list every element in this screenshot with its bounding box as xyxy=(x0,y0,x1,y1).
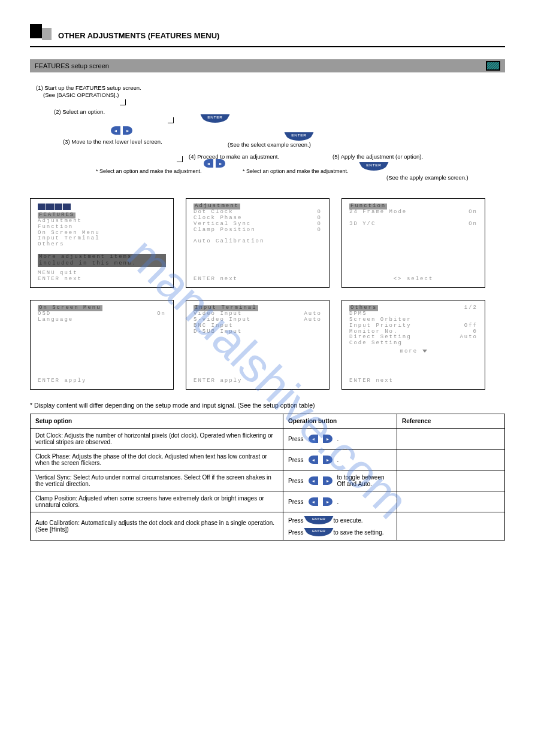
table-intro: * Display content will differ depending … xyxy=(30,402,505,409)
table-row: Clock Phase: Adjusts the phase of the do… xyxy=(31,450,505,470)
reference-cell xyxy=(397,491,505,512)
left-button[interactable]: ◂ xyxy=(309,435,318,443)
section-strip: FEATURES setup screen xyxy=(30,59,505,72)
menu-item: 3D Y/C xyxy=(349,221,376,227)
operation-cell: Press to execute. Press to save the sett… xyxy=(283,512,397,541)
operation-cell: Press ◂▸. xyxy=(283,491,397,512)
reference-cell xyxy=(397,470,505,491)
right-button[interactable]: ▸ xyxy=(323,497,333,506)
flow-note2: * Select an option and make the adjustme… xyxy=(243,168,349,175)
menu-row-1: FEATURES Adjustment Function On Screen M… xyxy=(30,198,505,288)
strip-title: FEATURES setup screen xyxy=(35,62,109,69)
table-row: Dot Clock: Adjusts the number of horizon… xyxy=(31,429,505,450)
left-button[interactable]: ◂ xyxy=(309,456,318,464)
flow-step1: (1) Start up the FEATURES setup screen. xyxy=(36,84,141,91)
menu-item: Code Setting xyxy=(349,340,403,346)
enter-button[interactable] xyxy=(200,114,229,123)
flow-see2: (See the apply example screen.) xyxy=(386,174,468,181)
enter-button[interactable] xyxy=(359,162,388,171)
menu-item: Auto Calibration xyxy=(194,238,264,244)
menu-item: On Screen Menu xyxy=(38,230,100,236)
menu-item: Input Terminal xyxy=(38,235,100,241)
menu-item: D-SUB Input xyxy=(194,329,242,335)
table-row: Clamp Position: Adjusted when some scree… xyxy=(31,491,505,512)
right-button[interactable]: ▸ xyxy=(323,456,333,464)
reference-cell xyxy=(397,450,505,470)
menu-item: Adjustment xyxy=(38,218,82,224)
adjustment-menu: Adjustment Dot Clock0 Clock Phase0 Verti… xyxy=(186,198,330,288)
menu-item: DPMS xyxy=(349,311,367,317)
menu-item: Language xyxy=(38,317,73,323)
setup-option-cell: Clamp Position: Adjusted when some scree… xyxy=(31,491,283,512)
menu-item: Function xyxy=(38,224,73,230)
menu-item: Screen Orbiter xyxy=(349,317,412,323)
table-header-row: Setup option Operation button Reference xyxy=(31,414,505,429)
screen-mesh-icon xyxy=(486,61,500,71)
function-menu: Function 24 Frame ModeOn 3D Y/COn <> sel… xyxy=(341,198,485,288)
more-label: more xyxy=(400,348,418,354)
setup-option-cell: Dot Clock: Adjusts the number of horizon… xyxy=(31,429,283,450)
right-button[interactable]: ▸ xyxy=(323,476,333,485)
flow-step3: (3) Move to the next lower level screen. xyxy=(63,138,162,145)
table-row: Vertical Sync: Select Auto under normal … xyxy=(31,470,505,491)
flow-note1: * Select an option and make the adjustme… xyxy=(96,168,202,175)
flow-step2: (2) Select an option. xyxy=(54,108,105,115)
setup-options-table: Setup option Operation button Reference … xyxy=(30,414,505,541)
page-title: OTHER ADJUSTMENTS (FEATURES MENU) xyxy=(58,31,219,40)
menu-footer: MENU quit ENTER next xyxy=(38,271,82,283)
features-menu: FEATURES Adjustment Function On Screen M… xyxy=(30,198,174,288)
menu-info-box: More adjustment items included in this m… xyxy=(38,254,166,267)
others-menu: Others1/2 DPMS Screen Orbiter Input Prio… xyxy=(341,300,485,390)
left-button[interactable]: ◂ xyxy=(309,476,318,485)
right-button[interactable] xyxy=(216,159,225,168)
reference-cell xyxy=(397,429,505,450)
reference-cell xyxy=(397,512,505,541)
menu-item: Others xyxy=(38,241,64,247)
flow-step4: (4) Proceed to make an adjustment. xyxy=(189,153,279,160)
flow-step5: (5) Apply the adjustment (or option). xyxy=(333,153,423,160)
flow-see1: (See the select example screen.) xyxy=(228,141,311,148)
arrow-hook-icon xyxy=(120,99,126,105)
table-header: Setup option xyxy=(31,414,283,429)
menu-footer: ENTER next xyxy=(349,378,394,384)
left-button[interactable] xyxy=(204,159,213,168)
right-button[interactable] xyxy=(123,126,132,135)
right-button[interactable]: ▸ xyxy=(323,435,333,443)
operation-cell: Press ◂▸. xyxy=(283,450,397,470)
input-terminal-menu: Input Terminal Video InputAuto S-video I… xyxy=(186,300,330,390)
page-header: OTHER ADJUSTMENTS (FEATURES MENU) xyxy=(30,24,505,47)
enter-button[interactable] xyxy=(284,132,313,141)
left-button[interactable] xyxy=(111,126,120,135)
setup-option-cell: Clock Phase: Adjusts the phase of the do… xyxy=(31,450,283,470)
menu-footer: <> select xyxy=(394,277,434,283)
menu-row-2: On Screen Menu OSDOn Language ENTER appl… xyxy=(30,300,505,390)
table-header: Operation button xyxy=(283,414,397,429)
operation-cell: Press ◂▸ to toggle betweenOff and Auto. xyxy=(283,470,397,491)
enter-button[interactable] xyxy=(304,528,333,536)
enter-button[interactable] xyxy=(304,516,333,524)
on-screen-menu-box: On Screen Menu OSDOn Language ENTER appl… xyxy=(30,300,174,390)
triangle-down-icon xyxy=(422,350,427,353)
table-header: Reference xyxy=(397,414,505,429)
setup-option-cell: Vertical Sync: Select Auto under normal … xyxy=(31,470,283,491)
arrow-hook-icon xyxy=(168,117,174,123)
header-gray-icon xyxy=(42,28,52,40)
menu-footer: ENTER next xyxy=(194,277,238,283)
operation-cell: Press ◂▸. xyxy=(283,429,397,450)
setup-option-cell: Auto Calibration: Automatically adjusts … xyxy=(31,512,283,541)
flow-diagram: (1) Start up the FEATURES setup screen. … xyxy=(30,84,505,192)
header-black-icon xyxy=(30,24,42,38)
arrow-hook-icon xyxy=(177,156,183,162)
menu-footer: ENTER apply xyxy=(38,378,86,384)
menu-item: Clamp Position xyxy=(194,227,256,233)
left-button[interactable]: ◂ xyxy=(309,497,318,506)
menu-item: 24 Frame Mode xyxy=(349,210,407,215)
menu-footer: ENTER apply xyxy=(194,378,242,384)
table-row: Auto Calibration: Automatically adjusts … xyxy=(31,512,505,541)
menu-tab-icons xyxy=(38,204,166,212)
flow-step1a: (See [BASIC OPERATIONS].) xyxy=(43,92,119,98)
